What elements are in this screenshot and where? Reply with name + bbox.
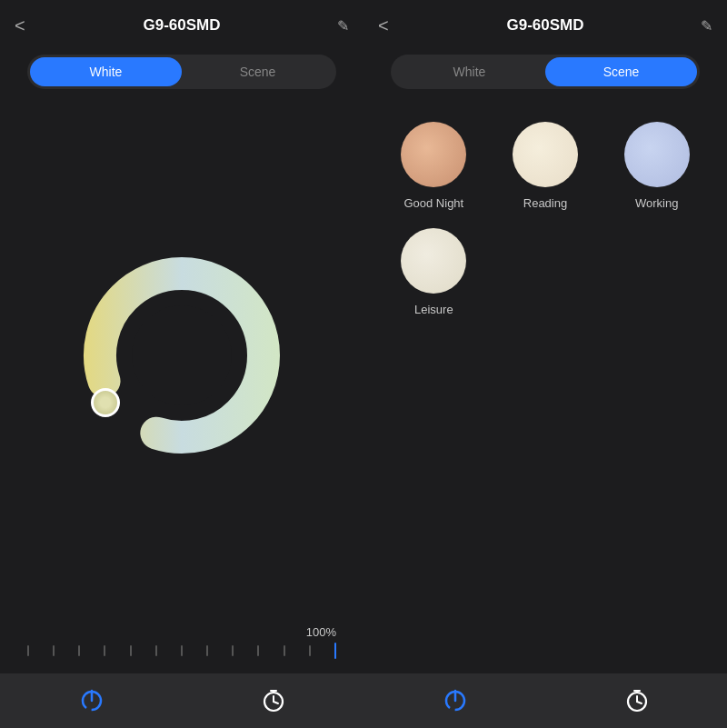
right-title: G9-60SMD: [506, 16, 583, 35]
left-timer-button[interactable]: [260, 687, 287, 714]
left-tab-scene[interactable]: Scene: [182, 57, 334, 86]
right-tab-switcher: White Scene: [391, 55, 700, 89]
brightness-slider[interactable]: [27, 643, 336, 659]
scene-label-good-night: Good Night: [403, 196, 463, 210]
tick-5: [130, 645, 132, 656]
left-header: < G9-60SMD ✎: [0, 0, 364, 45]
right-power-button[interactable]: [441, 686, 470, 715]
left-edit-button[interactable]: ✎: [337, 17, 349, 35]
scene-item-working[interactable]: Working: [608, 122, 705, 210]
tick-2: [53, 645, 55, 656]
left-back-button[interactable]: <: [15, 15, 25, 36]
color-wheel-container: [0, 104, 364, 625]
tick-10: [257, 645, 259, 656]
svg-line-12: [637, 702, 642, 703]
left-bottom-bar: [0, 673, 364, 728]
right-back-button[interactable]: <: [378, 15, 389, 36]
scene-circle-leisure: [401, 228, 466, 294]
scene-label-working: Working: [635, 196, 678, 210]
left-tab-switcher: White Scene: [27, 55, 336, 89]
scene-item-reading[interactable]: Reading: [497, 122, 594, 210]
scene-label-leisure: Leisure: [414, 303, 453, 316]
left-power-button[interactable]: [77, 686, 106, 715]
right-timer-button[interactable]: [623, 687, 651, 714]
tick-11: [284, 645, 285, 656]
scene-circle-good-night: [401, 122, 466, 187]
scene-item-leisure[interactable]: Leisure: [385, 228, 483, 316]
right-tab-scene[interactable]: Scene: [545, 57, 697, 86]
svg-line-6: [274, 702, 278, 703]
scene-item-good-night[interactable]: Good Night: [385, 122, 483, 210]
left-title: G9-60SMD: [143, 16, 220, 35]
svg-point-1: [132, 305, 232, 405]
color-ring[interactable]: [73, 246, 291, 464]
color-ring-svg: [73, 246, 291, 464]
left-tab-white[interactable]: White: [30, 57, 182, 86]
right-bottom-bar: [364, 673, 727, 728]
right-tab-white[interactable]: White: [393, 57, 545, 86]
scene-grid: Good Night Reading Working Leisure: [364, 104, 727, 334]
tick-9: [232, 645, 234, 656]
right-header: < G9-60SMD ✎: [364, 0, 727, 45]
brightness-value: 100%: [27, 625, 336, 639]
scene-circle-reading: [513, 122, 578, 187]
right-panel: < G9-60SMD ✎ White Scene Good Night Read…: [364, 0, 727, 728]
tick-8: [206, 645, 208, 656]
tick-1: [27, 645, 29, 656]
tick-12: [309, 645, 311, 656]
scene-label-reading: Reading: [523, 196, 567, 210]
tick-3: [78, 645, 80, 656]
left-panel: < G9-60SMD ✎ White Scene: [0, 0, 364, 728]
tick-active: [334, 643, 336, 659]
scene-circle-working: [624, 122, 690, 187]
ring-handle[interactable]: [91, 388, 120, 417]
tick-7: [181, 645, 183, 656]
right-edit-button[interactable]: ✎: [701, 17, 712, 35]
tick-6: [155, 645, 157, 656]
tick-4: [104, 645, 105, 656]
